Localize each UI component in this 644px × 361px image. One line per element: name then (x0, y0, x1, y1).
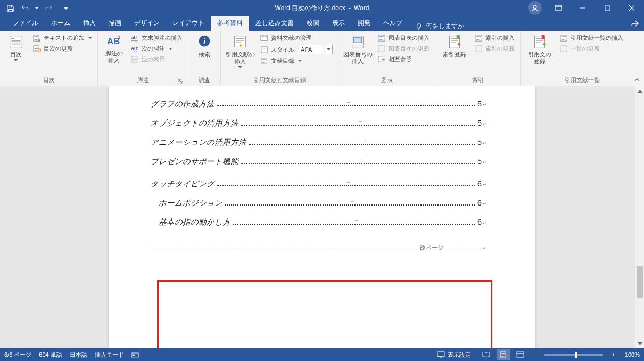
citation-style-button[interactable]: スタイル: APA (258, 44, 335, 55)
next-footnote-button[interactable]: AB1次の脚注 (129, 44, 185, 53)
insert-citation-button[interactable]: 引用文献の 挿入 (224, 32, 256, 69)
toc-entry[interactable]: アニメーションの活用方法 5↵ (151, 129, 487, 148)
group-captions: 図表番号の 挿入 図表目次の挿入 図表目次の更新 相互参照 図表 (338, 31, 435, 86)
style-value: APA (299, 45, 323, 54)
cross-reference-button[interactable]: 相互参照 (376, 55, 432, 64)
document-area: グラフの作成方法 5↵オブジェクトの活用方法 5↵アニメーションの活用方法 5↵… (0, 86, 644, 348)
style-dropdown[interactable] (325, 45, 333, 54)
toc-entry[interactable]: ホームポジション 6↵ (159, 190, 487, 209)
redo-icon[interactable] (42, 1, 55, 15)
tab-layout[interactable]: レイアウト (166, 15, 211, 31)
page[interactable]: グラフの作成方法 5↵オブジェクトの活用方法 5↵アニメーションの活用方法 5↵… (109, 86, 535, 348)
dialog-launcher-icon[interactable] (177, 78, 184, 85)
close-button[interactable] (620, 0, 644, 16)
toc-text: プレゼンのサポート機能 (151, 157, 238, 167)
insert-index-button[interactable]: 索引の挿入 (473, 34, 517, 43)
collapse-ribbon-icon[interactable] (633, 76, 641, 84)
tab-design[interactable]: デザイン (128, 15, 166, 31)
zoom-out-button[interactable]: − (531, 351, 538, 358)
group-label-captions: 図表 (342, 75, 432, 86)
svg-point-1 (533, 5, 536, 9)
scroll-up-icon[interactable] (635, 86, 644, 95)
maximize-button[interactable] (595, 0, 620, 16)
scroll-thumb[interactable] (637, 266, 643, 298)
view-read-icon[interactable] (480, 349, 493, 360)
toc-button[interactable]: 目次 (3, 32, 29, 62)
zoom-slider[interactable] (544, 354, 603, 356)
tab-insert[interactable]: 挿入 (77, 15, 102, 31)
svg-rect-38 (560, 46, 567, 52)
ribbon-tabs: ファイル ホーム 挿入 描画 デザイン レイアウト 参考資料 差し込み文書 校閲… (0, 16, 644, 31)
svg-rect-27 (354, 38, 362, 43)
svg-rect-0 (64, 6, 68, 6)
ribbon-display-icon[interactable] (546, 0, 571, 16)
next-footnote-icon: AB1 (131, 45, 139, 53)
tab-file[interactable]: ファイル (6, 15, 45, 31)
manage-sources-button[interactable]: 資料文献の管理 (258, 34, 335, 43)
lightbulb-icon (415, 23, 423, 30)
tab-help[interactable]: ヘルプ (377, 15, 409, 31)
tab-draw[interactable]: 描画 (102, 15, 128, 31)
svg-rect-5 (12, 38, 14, 39)
tab-mailings[interactable]: 差し込み文書 (249, 15, 300, 31)
update-toa-button: 一覧の更新 (558, 44, 625, 53)
tab-developer[interactable]: 開発 (351, 15, 377, 31)
tell-me[interactable]: 何をしますか (409, 22, 470, 31)
insert-caption-button[interactable]: 図表番号の 挿入 (342, 32, 374, 65)
group-label-citations: 引用文献と文献目録 (224, 75, 335, 86)
tab-references[interactable]: 参考資料 (211, 15, 249, 31)
insert-mode[interactable]: 挿入モード (95, 351, 124, 359)
status-bar: 6/6 ページ 604 単語 日本語 挿入モード 表示設定 − + 100% (0, 348, 644, 361)
app-name: Word (354, 4, 369, 12)
group-research: i 検索 調査 (188, 31, 221, 86)
toc-page: 6 (477, 218, 482, 226)
search-button[interactable]: i 検索 (192, 32, 217, 58)
group-label-research: 調査 (192, 75, 217, 86)
page-count[interactable]: 6/6 ページ (4, 351, 31, 359)
toc-entry[interactable]: プレゼンのサポート機能 5↵ (151, 148, 487, 167)
qat-customize-icon[interactable] (62, 1, 70, 15)
zoom-value[interactable]: 100% (625, 351, 640, 358)
tab-review[interactable]: 校閲 (300, 15, 326, 31)
insert-footnote-button[interactable]: AB1 脚注の 挿入 (101, 32, 127, 64)
scroll-down-icon[interactable] (635, 339, 644, 348)
toc-entry[interactable]: グラフの作成方法 5↵ (151, 91, 487, 110)
tab-home[interactable]: ホーム (45, 15, 77, 31)
insert-endnote-button[interactable]: abi文末脚注の挿入 (129, 34, 185, 43)
insert-tof-button[interactable]: 図表目次の挿入 (376, 34, 432, 43)
language[interactable]: 日本語 (70, 351, 87, 359)
save-icon[interactable] (3, 1, 17, 15)
mark-index-entry-button[interactable]: 索引登録 (439, 32, 470, 58)
vertical-scrollbar[interactable] (635, 86, 644, 348)
group-label-footnotes: 脚注 (101, 75, 185, 86)
group-citations: 引用文献の 挿入 資料文献の管理 スタイル: APA 文献目録 引用文献と文献目… (221, 31, 338, 86)
window-title: Word 目次の作り方.docx - Word (275, 4, 369, 13)
toc-entry[interactable]: タッチタイピング 6↵ (151, 170, 487, 190)
svg-rect-6 (12, 40, 21, 41)
zoom-in-button[interactable]: + (609, 351, 617, 358)
view-web-icon[interactable] (514, 349, 527, 360)
macro-record-icon[interactable] (131, 351, 139, 358)
undo-dropdown-icon[interactable] (33, 1, 40, 15)
svg-rect-41 (437, 351, 444, 356)
insert-toa-button[interactable]: 引用文献一覧の挿入 (558, 34, 625, 43)
style-icon (260, 46, 268, 54)
toc-entry[interactable]: オブジェクトの活用方法 5↵ (151, 110, 487, 129)
display-settings-button[interactable]: 表示設定 (437, 351, 471, 359)
share-icon[interactable] (626, 16, 644, 31)
mark-citation-button[interactable]: 引用文の 登録 (524, 32, 556, 65)
view-print-icon[interactable] (497, 349, 510, 360)
doc-name: Word 目次の作り方.docx (275, 4, 345, 13)
index-mark-icon (447, 34, 463, 50)
add-text-button[interactable]: テキストの追加 (31, 34, 94, 43)
update-index-button: 索引の更新 (473, 44, 517, 53)
update-toc-button[interactable]: 目次の更新 (31, 44, 94, 53)
account-icon[interactable] (528, 1, 542, 15)
bibliography-button[interactable]: 文献目録 (258, 56, 335, 65)
minimize-button[interactable] (571, 0, 595, 16)
tab-view[interactable]: 表示 (326, 15, 351, 31)
undo-icon[interactable] (18, 1, 32, 15)
group-label-toc: 目次 (3, 75, 94, 86)
word-count[interactable]: 604 単語 (39, 351, 62, 359)
toc-entry[interactable]: 基本の指の動かし方 6↵ (159, 209, 487, 228)
